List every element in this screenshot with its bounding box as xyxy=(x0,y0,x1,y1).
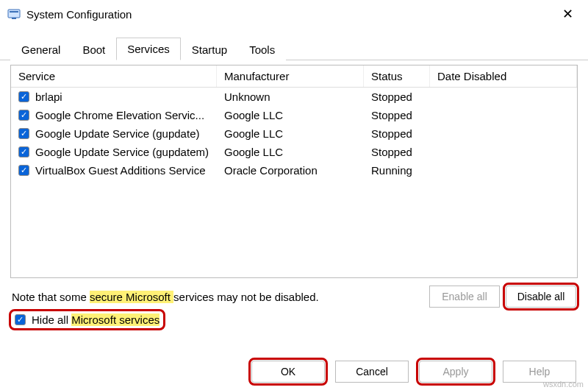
service-manufacturer: Google LLC xyxy=(217,107,364,123)
service-checkbox[interactable] xyxy=(18,146,29,157)
cancel-button[interactable]: Cancel xyxy=(335,361,409,383)
column-status[interactable]: Status xyxy=(364,65,430,87)
service-checkbox[interactable] xyxy=(18,91,29,102)
window: System Configuration ✕ General Boot Serv… xyxy=(0,0,588,390)
table-row[interactable]: brlapiUnknownStopped xyxy=(11,88,577,106)
hide-microsoft-label: Hide all Microsoft services xyxy=(32,313,159,326)
column-headers[interactable]: Service Manufacturer Status Date Disable… xyxy=(11,65,577,88)
service-name: Google Update Service (gupdatem) xyxy=(35,146,209,158)
hide-microsoft-row: Hide all Microsoft services xyxy=(0,308,588,327)
service-date-disabled xyxy=(430,163,577,178)
hide-label-prefix: Hide all xyxy=(32,313,71,326)
note-row: Note that some secure Microsoft services… xyxy=(0,278,588,308)
service-rows: brlapiUnknownStoppedGoogle Chrome Elevat… xyxy=(11,88,577,180)
window-title: System Configuration xyxy=(26,8,132,21)
service-name: Google Update Service (gupdate) xyxy=(35,127,199,140)
note-suffix: services may not be disabled. xyxy=(173,291,319,303)
table-row[interactable]: Google Update Service (gupdatem)Google L… xyxy=(11,143,577,161)
service-date-disabled xyxy=(430,107,577,123)
table-row[interactable]: Google Update Service (gupdate)Google LL… xyxy=(11,124,577,143)
tab-boot[interactable]: Boot xyxy=(71,38,116,60)
hide-microsoft-checkbox[interactable] xyxy=(15,314,26,325)
service-checkbox[interactable] xyxy=(18,110,29,121)
hide-label-highlight: Microsoft services xyxy=(71,313,159,326)
dialog-buttons: OK Cancel Apply Help xyxy=(241,361,576,383)
tab-services[interactable]: Services xyxy=(116,38,181,60)
service-manufacturer: Google LLC xyxy=(217,144,364,160)
column-service[interactable]: Service xyxy=(11,65,217,87)
note-text: Note that some secure Microsoft services… xyxy=(12,291,319,303)
apply-button[interactable]: Apply xyxy=(419,361,492,383)
service-date-disabled xyxy=(430,126,577,141)
services-list[interactable]: Service Manufacturer Status Date Disable… xyxy=(10,65,578,278)
ok-button[interactable]: OK xyxy=(251,361,325,383)
service-status: Running xyxy=(364,163,430,178)
watermark: wsxdn.com xyxy=(543,380,584,389)
service-manufacturer: Oracle Corporation xyxy=(217,163,364,178)
column-date-disabled[interactable]: Date Disabled xyxy=(430,65,577,87)
tab-body: Service Manufacturer Status Date Disable… xyxy=(0,60,588,278)
service-status: Stopped xyxy=(364,126,430,141)
titlebar: System Configuration ✕ xyxy=(0,0,588,28)
tab-strip: General Boot Services Startup Tools xyxy=(0,28,588,60)
hide-microsoft-wrapper: Hide all Microsoft services xyxy=(12,312,162,327)
note-highlight: secure Microsoft xyxy=(90,291,173,303)
service-date-disabled xyxy=(430,144,577,160)
service-manufacturer: Google LLC xyxy=(217,126,364,141)
service-name: brlapi xyxy=(35,91,62,103)
svg-rect-1 xyxy=(10,11,18,13)
service-manufacturer: Unknown xyxy=(217,89,364,104)
service-checkbox[interactable] xyxy=(18,165,29,176)
close-icon[interactable]: ✕ xyxy=(555,3,581,25)
svg-rect-2 xyxy=(12,18,16,19)
msconfig-icon xyxy=(7,7,21,21)
service-status: Stopped xyxy=(364,144,430,160)
tab-startup[interactable]: Startup xyxy=(181,38,238,60)
disable-all-button[interactable]: Disable all xyxy=(506,286,576,308)
service-status: Stopped xyxy=(364,89,430,104)
svg-rect-0 xyxy=(8,10,20,18)
service-name: VirtualBox Guest Additions Service xyxy=(35,164,206,177)
note-prefix: Note that some xyxy=(12,291,90,303)
table-row[interactable]: VirtualBox Guest Additions ServiceOracle… xyxy=(11,161,577,180)
service-checkbox[interactable] xyxy=(18,128,29,139)
table-row[interactable]: Google Chrome Elevation Servic...Google … xyxy=(11,106,577,124)
service-name: Google Chrome Elevation Servic... xyxy=(35,109,204,121)
tab-general[interactable]: General xyxy=(10,38,71,60)
tab-tools[interactable]: Tools xyxy=(238,38,286,60)
column-manufacturer[interactable]: Manufacturer xyxy=(217,65,364,87)
service-date-disabled xyxy=(430,89,577,104)
enable-all-button[interactable]: Enable all xyxy=(429,286,500,308)
service-status: Stopped xyxy=(364,107,430,123)
